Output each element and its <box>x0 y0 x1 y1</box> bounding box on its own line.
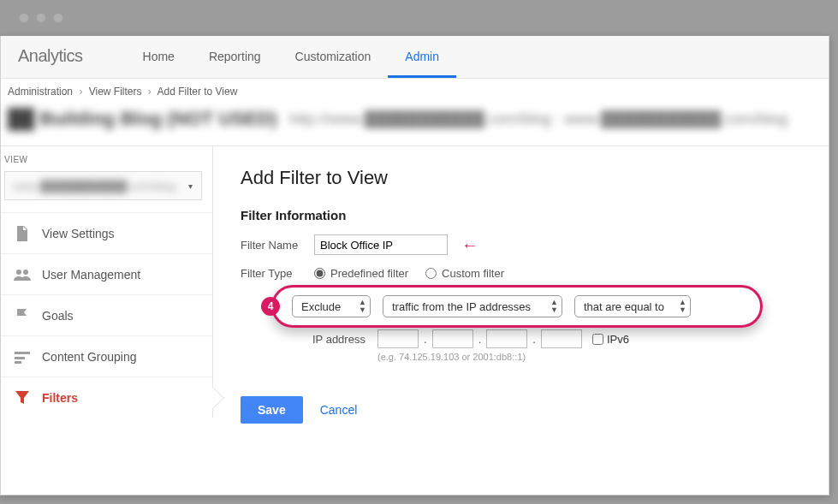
sidebar-item-label: Content Grouping <box>42 350 137 364</box>
save-button[interactable]: Save <box>241 396 303 424</box>
select-source-value: traffic from the IP addresses <box>392 300 531 313</box>
sidebar-item-label: View Settings <box>42 227 115 240</box>
ipv6-checkbox[interactable] <box>592 334 603 345</box>
radio-custom-input[interactable] <box>425 268 437 279</box>
sidebar-item-content-grouping[interactable]: Content Grouping <box>1 335 212 377</box>
sidebar-item-filters[interactable]: Filters <box>1 377 212 418</box>
filter-type-label: Filter Type <box>241 267 314 280</box>
ip-octet-3[interactable] <box>486 329 527 348</box>
breadcrumb-view-filters[interactable]: View Filters <box>89 86 142 98</box>
ip-address-label: IP address <box>312 333 372 346</box>
property-url-blurred: http://www.███████████.com/blog · www.██… <box>289 110 822 128</box>
select-expression[interactable]: that are equal to ▲▼ <box>574 295 691 317</box>
select-action-value: Exclude <box>301 300 341 313</box>
property-header: ██ Building Blog (NOT USED) http://www.█… <box>1 104 829 145</box>
section-heading: Filter Information <box>241 208 801 222</box>
updown-icon: ▲▼ <box>359 299 366 314</box>
view-selector[interactable]: www.███████████.com/blog ▾ <box>4 171 202 200</box>
cancel-link[interactable]: Cancel <box>320 403 358 417</box>
radio-predefined-input[interactable] <box>314 268 325 279</box>
breadcrumb-sep: › <box>79 86 82 98</box>
radio-custom[interactable]: Custom filter <box>425 267 504 280</box>
select-expression-value: that are equal to <box>584 300 664 313</box>
ip-octet-4[interactable] <box>541 329 582 348</box>
sidebar-item-user-management[interactable]: User Management <box>1 253 212 294</box>
sidebar-header: VIEW <box>1 155 212 171</box>
traffic-light-minimize[interactable] <box>36 13 46 23</box>
radio-predefined-label: Predefined filter <box>330 267 408 280</box>
traffic-light-close[interactable] <box>19 13 29 23</box>
nav-admin[interactable]: Admin <box>388 36 456 78</box>
caret-down-icon: ▾ <box>188 181 193 191</box>
select-action[interactable]: Exclude ▲▼ <box>292 295 371 317</box>
breadcrumb-current: Add Filter to View <box>157 86 238 98</box>
main-content: Add Filter to View Filter Information Fi… <box>213 146 829 444</box>
sidebar-item-goals[interactable]: Goals <box>1 294 212 335</box>
radio-predefined[interactable]: Predefined filter <box>314 267 408 280</box>
sidebar: VIEW www.███████████.com/blog ▾ View Set… <box>1 146 213 418</box>
updown-icon: ▲▼ <box>550 299 558 314</box>
breadcrumb: Administration › View Filters › Add Filt… <box>1 79 829 104</box>
users-icon <box>13 269 32 281</box>
breadcrumb-sep: › <box>148 86 152 98</box>
flag-icon <box>13 308 32 323</box>
app-logo: Analytics <box>18 46 83 66</box>
nav-reporting[interactable]: Reporting <box>192 36 278 78</box>
ipv6-toggle[interactable]: IPv6 <box>592 333 629 346</box>
ipv6-label: IPv6 <box>607 333 629 346</box>
filter-config-annotation: 4 Exclude ▲▼ traffic from the IP address… <box>292 292 754 321</box>
sidebar-item-view-settings[interactable]: View Settings <box>1 212 212 253</box>
nav-customization[interactable]: Customization <box>278 36 389 78</box>
ip-octet-2[interactable] <box>432 329 473 348</box>
traffic-light-zoom[interactable] <box>53 13 63 23</box>
sidebar-item-label: Goals <box>42 309 74 323</box>
grouping-icon <box>13 350 32 364</box>
select-source[interactable]: traffic from the IP addresses ▲▼ <box>383 295 562 317</box>
top-nav: Home Reporting Customization Admin <box>126 36 456 78</box>
page-title: Add Filter to View <box>241 167 801 189</box>
ip-dot: . <box>424 333 427 346</box>
property-name-blurred: ██ Building Blog (NOT USED) <box>8 108 277 130</box>
radio-custom-label: Custom filter <box>442 267 504 280</box>
ip-example-text: (e.g. 74.125.19.103 or 2001:db8::1) <box>377 352 801 362</box>
arrow-annotation-icon: ← <box>461 235 478 255</box>
ip-dot: . <box>478 333 482 346</box>
ip-dot: . <box>532 333 536 346</box>
ip-octet-1[interactable] <box>377 329 419 348</box>
sidebar-item-label: User Management <box>42 268 140 282</box>
breadcrumb-administration[interactable]: Administration <box>8 86 73 98</box>
filter-name-input[interactable] <box>314 234 448 255</box>
funnel-icon <box>13 391 32 405</box>
top-bar: Analytics Home Reporting Customization A… <box>1 36 829 79</box>
updown-icon: ▲▼ <box>679 299 686 314</box>
document-icon <box>13 226 32 241</box>
svg-point-0 <box>16 270 21 275</box>
nav-home[interactable]: Home <box>126 36 192 78</box>
view-name-blurred: www.███████████.com/blog <box>14 180 175 193</box>
svg-point-1 <box>23 270 28 275</box>
step-badge: 4 <box>261 297 280 316</box>
sidebar-item-label: Filters <box>42 391 78 405</box>
filter-name-label: Filter Name <box>241 239 314 252</box>
window-titlebar <box>0 0 838 36</box>
